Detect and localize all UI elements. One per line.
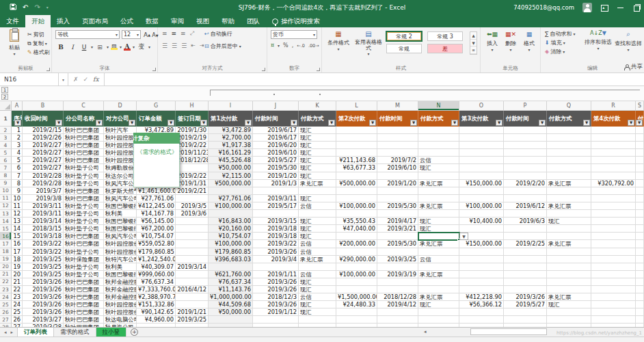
cell-H4[interactable]: 2019/2/22	[176, 142, 209, 149]
row-header-6[interactable]: 6	[0, 157, 12, 164]
bold-button[interactable]: B	[56, 42, 66, 51]
cell-K6[interactable]: 现汇	[299, 157, 336, 164]
row-header-11[interactable]: 11	[0, 195, 12, 202]
column-header-J[interactable]: J	[253, 101, 299, 110]
cell-J3[interactable]: 2019/6/17	[253, 134, 299, 142]
fill-color-button[interactable]: ▨	[111, 44, 118, 50]
cell-L11[interactable]	[336, 195, 377, 202]
number-dialog-launcher[interactable]	[317, 68, 320, 71]
cell-N14[interactable]: 现汇	[418, 218, 459, 225]
cell-B4[interactable]: 2019/2/27	[23, 142, 64, 149]
cell-D17[interactable]: 秋叶园控股份	[104, 240, 137, 248]
cell-O19[interactable]	[459, 256, 504, 263]
cell-Q15[interactable]	[547, 225, 591, 233]
menu-tab-team[interactable]: 团队	[241, 15, 266, 27]
cell-B3[interactable]: 2019/2/26	[23, 134, 64, 142]
cell-L14[interactable]: ¥35,550.43	[336, 218, 377, 225]
cell-G15[interactable]: ¥67,200.00	[137, 225, 176, 233]
cell-I26[interactable]: ¥50,000.00	[209, 308, 253, 316]
cell-K13[interactable]	[299, 210, 336, 218]
outline-level-2-button[interactable]: 2	[1, 94, 8, 100]
cell-S10[interactable]	[636, 187, 644, 195]
cell-B2[interactable]: 2019/2/15	[23, 127, 64, 134]
cell-B23[interactable]: 2019/3/26	[23, 286, 64, 293]
cell-K8[interactable]: 现汇	[299, 172, 336, 180]
row-header-3[interactable]: 3	[0, 134, 12, 142]
cell-N3[interactable]	[418, 134, 459, 142]
column-header-H[interactable]: H	[176, 101, 209, 110]
cell-S17[interactable]	[636, 240, 644, 248]
row-header-23[interactable]: 23	[0, 286, 12, 293]
row-header-17[interactable]: 17	[0, 240, 12, 248]
cell-H21[interactable]	[176, 271, 209, 278]
cell-J10[interactable]	[253, 187, 299, 195]
select-all-corner[interactable]	[0, 101, 12, 110]
cell-H20[interactable]: 2019/3/14	[176, 263, 209, 271]
filter-dropdown-icon[interactable]: ▼	[369, 120, 376, 126]
cell-S9[interactable]	[636, 180, 644, 187]
cell-Q12[interactable]: 承兑汇票	[547, 202, 591, 210]
cell-G16[interactable]: ¥10,754.07	[137, 233, 176, 240]
cell-C15[interactable]: 秋叶垫子公司	[64, 225, 104, 233]
cell-J18[interactable]: 2019/3/26	[253, 248, 299, 256]
header-cell-P[interactable]: 付款时间▼	[504, 111, 547, 127]
find-select-button[interactable]: ⌕ 查找和选择▾	[613, 30, 643, 52]
cancel-icon[interactable]: ✗	[73, 76, 79, 83]
cell-A9[interactable]: 8	[12, 180, 23, 187]
cell-A24[interactable]: 23	[12, 293, 23, 301]
cell-D16[interactable]: 秋风汽车公司	[104, 233, 137, 240]
cell-J26[interactable]: 2019/1/12	[253, 308, 299, 316]
cell-B5[interactable]: 2019/2/27	[23, 149, 64, 157]
cell-R7[interactable]	[591, 164, 636, 172]
cell-J7[interactable]: 2019/5/30	[253, 164, 299, 172]
conditional-formatting-button[interactable]: ▦ 条件格式 ▾	[325, 30, 352, 51]
column-header-I[interactable]: I	[209, 101, 253, 110]
cell-L26[interactable]	[336, 308, 377, 316]
row-header-26[interactable]: 26	[0, 308, 12, 316]
header-cell-H[interactable]: 签订日期▼	[176, 111, 209, 127]
cell-B24[interactable]: 2019/3/26	[23, 293, 64, 301]
cell-S25[interactable]	[636, 301, 644, 308]
cell-Q17[interactable]: 承兑汇票	[547, 240, 591, 248]
cell-B7[interactable]: 2019/2/27	[23, 164, 64, 172]
header-cell-O[interactable]: 第3次付款▼	[459, 111, 504, 127]
orientation-icon[interactable]: ⤢	[190, 30, 194, 37]
cell-G17[interactable]: ¥559,052.80	[137, 240, 176, 248]
cell-J2[interactable]: 2019/6/17	[253, 127, 299, 134]
user-avatar[interactable]	[582, 3, 592, 12]
filter-dropdown-icon[interactable]: ▼	[129, 120, 135, 126]
cell-A5[interactable]: 4	[12, 149, 23, 157]
sheet-nav-left-icon[interactable]: ◂	[4, 330, 7, 335]
cell-S7[interactable]	[636, 164, 644, 172]
cell-D26[interactable]: 秋叶园控股份	[104, 308, 137, 316]
column-header-L[interactable]: L	[336, 101, 377, 110]
header-cell-Q[interactable]: 付款方式▼	[547, 111, 591, 127]
cell-N15[interactable]: 现汇	[418, 225, 459, 233]
cell-M21[interactable]: 2019/3/19	[377, 271, 418, 278]
filter-dropdown-icon[interactable]: ▼	[291, 120, 297, 126]
cell-G25[interactable]: ¥151,332.86	[137, 301, 176, 308]
cell-O24[interactable]: ¥412,218.90	[459, 293, 504, 301]
row-header-8[interactable]: 8	[0, 172, 12, 180]
filter-dropdown-icon[interactable]: ▼	[200, 120, 207, 126]
cell-J16[interactable]: 2019/3/18	[253, 233, 299, 240]
cell-Q26[interactable]	[547, 308, 591, 316]
font-dialog-launcher[interactable]	[152, 68, 156, 71]
cell-R17[interactable]	[591, 240, 636, 248]
cell-H27[interactable]: 2019/3/25	[176, 316, 209, 324]
cell-J27[interactable]	[253, 316, 299, 324]
cell-R25[interactable]	[591, 301, 636, 308]
cell-R5[interactable]	[591, 149, 636, 157]
cell-L23[interactable]	[336, 286, 377, 293]
cell-O11[interactable]	[459, 195, 504, 202]
align-top-icon[interactable]: ≡	[162, 30, 167, 37]
cell-Q16[interactable]	[547, 233, 591, 240]
cell-C22[interactable]: 秋叶巴巴集团	[64, 278, 104, 286]
cell-C16[interactable]: 秋叶巴巴集团	[64, 233, 104, 240]
cell-S23[interactable]	[636, 286, 644, 293]
cell-L6[interactable]: ¥211,143.68	[336, 157, 377, 164]
cell-I24[interactable]: ¥1,000,000.00	[209, 293, 253, 301]
cell-O23[interactable]	[459, 286, 504, 293]
menu-tab-insert[interactable]: 插入	[51, 15, 76, 27]
cell-O25[interactable]: ¥56,366.12	[459, 301, 504, 308]
